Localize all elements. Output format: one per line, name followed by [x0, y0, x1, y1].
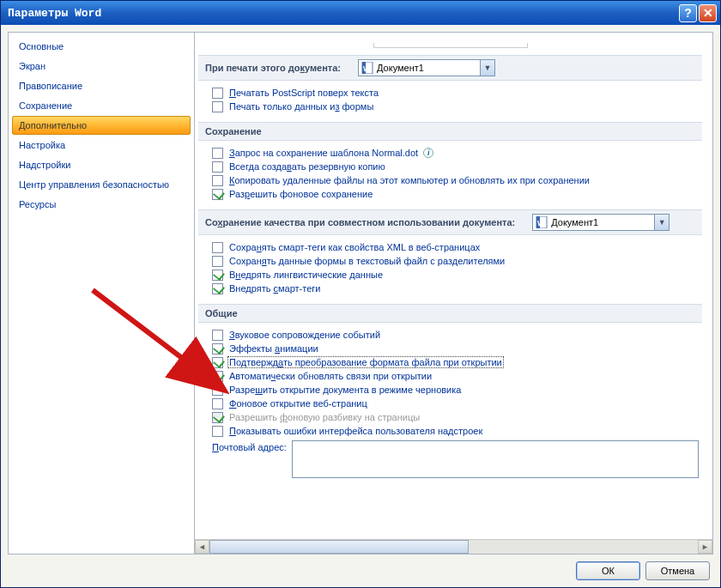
opt-print-formdata[interactable]: Печать только данных из формы — [212, 100, 699, 113]
opt-quality-smarttagsxml[interactable]: Сохранять смарт-теги как свойства XML в … — [212, 240, 699, 254]
word-doc-icon: W — [361, 62, 373, 74]
opt-gen-bgpaginate: Разрешить фоновую разбивку на страницы — [212, 410, 699, 424]
section-quality-label: Сохранение качества при совместном испол… — [205, 217, 515, 227]
mailing-address-input[interactable] — [292, 440, 699, 478]
checkbox[interactable] — [212, 161, 223, 173]
opt-gen-animation[interactable]: Эффекты анимации — [212, 342, 699, 355]
dropdown-icon[interactable]: ▼ — [480, 60, 494, 76]
opt-save-normaldot[interactable]: Запрос на сохранение шаблона Normal.doti — [212, 146, 699, 160]
scroll-right-icon[interactable]: ► — [698, 540, 712, 554]
opt-print-postscript[interactable]: Печатать PostScript поверх текста — [212, 86, 699, 100]
section-quality-heading: Сохранение качества при совместном испол… — [198, 209, 702, 235]
nav-display[interactable]: Экран — [12, 57, 191, 76]
dialog-body: Основные Экран Правописание Сохранение Д… — [1, 25, 720, 587]
ok-button[interactable]: ОК — [576, 561, 640, 580]
opt-quality-linguistic[interactable]: Внедрять лингвистические данные — [212, 268, 699, 282]
checkbox[interactable] — [212, 101, 223, 112]
scroll-thumb[interactable] — [209, 540, 469, 554]
help-button[interactable]: ? — [679, 4, 697, 22]
checkbox[interactable] — [212, 256, 223, 267]
checkbox[interactable] — [212, 242, 223, 253]
opt-quality-smarttags[interactable]: Внедрять смарт-теги — [212, 282, 699, 295]
svg-text:W: W — [537, 219, 545, 227]
opt-save-background[interactable]: Разрешить фоновое сохранение — [212, 187, 699, 201]
mailing-address-label: Почтовый адрес: — [212, 440, 287, 452]
nav-main[interactable]: Основные — [12, 37, 191, 56]
window-title: Параметры Word — [8, 7, 677, 20]
section-save-heading: Сохранение — [198, 122, 702, 141]
nav-trustcenter[interactable]: Центр управления безопасностью — [12, 175, 191, 194]
section-save-label: Сохранение — [205, 126, 262, 136]
opt-gen-updatelinks[interactable]: Автоматически обновлять связи при открыт… — [212, 369, 699, 383]
opt-quality-formdata[interactable]: Сохранять данные формы в текстовый файл … — [212, 254, 699, 268]
opt-gen-sound[interactable]: Звуковое сопровождение событий — [212, 328, 699, 342]
titlebar: Параметры Word ? ✕ — [1, 1, 720, 25]
info-icon[interactable]: i — [423, 148, 433, 158]
opt-gen-bgweb[interactable]: Фоновое открытие веб-страниц — [212, 397, 699, 410]
dialog-buttons: ОК Отмена — [8, 555, 713, 580]
quality-doc-value: Документ1 — [551, 217, 654, 227]
close-button[interactable]: ✕ — [699, 4, 717, 22]
section-general-heading: Общие — [198, 304, 702, 323]
nav-save[interactable]: Сохранение — [12, 96, 191, 115]
checkbox[interactable] — [212, 398, 223, 409]
checkbox[interactable] — [212, 371, 223, 382]
checkbox[interactable] — [212, 88, 223, 99]
quality-options: Сохранять смарт-теги как свойства XML в … — [198, 235, 702, 299]
checkbox[interactable] — [212, 357, 223, 368]
checkbox — [212, 412, 223, 423]
panes: Основные Экран Правописание Сохранение Д… — [8, 32, 713, 555]
cancel-button[interactable]: Отмена — [645, 561, 710, 580]
options-dialog: Параметры Word ? ✕ Основные Экран Правоп… — [0, 0, 721, 588]
nav-proofing[interactable]: Правописание — [12, 76, 191, 95]
nav-advanced[interactable]: Дополнительно — [12, 116, 191, 135]
dropdown-icon[interactable]: ▼ — [654, 215, 669, 230]
nav-resources[interactable]: Ресурсы — [12, 195, 191, 214]
checkbox[interactable] — [212, 270, 223, 281]
quality-doc-select[interactable]: W Документ1 ▼ — [532, 214, 670, 231]
opt-gen-confirmconvert[interactable]: Подтверждать преобразование формата файл… — [212, 355, 699, 369]
scroll-left-icon[interactable]: ◄ — [195, 540, 209, 554]
save-options: Запрос на сохранение шаблона Normal.doti… — [198, 141, 702, 204]
checkbox[interactable] — [212, 426, 223, 437]
opt-gen-addinerrors[interactable]: Показывать ошибки интерфейса пользовател… — [212, 424, 699, 438]
mailing-address-row: Почтовый адрес: — [212, 438, 699, 481]
word-doc-icon: W — [536, 216, 548, 228]
checkbox[interactable] — [212, 385, 223, 396]
opt-save-copyremote[interactable]: Копировать удаленные файлы на этот компь… — [212, 173, 699, 187]
scroll-region[interactable]: При печати этого документа: W Документ1 … — [195, 33, 712, 539]
print-doc-value: Документ1 — [377, 63, 480, 73]
content-panel: При печати этого документа: W Документ1 … — [195, 32, 713, 555]
nav-customize[interactable]: Настройка — [12, 136, 191, 155]
checkbox[interactable] — [212, 189, 223, 200]
section-print-heading: При печати этого документа: W Документ1 … — [198, 55, 702, 81]
section-general-label: Общие — [205, 308, 238, 318]
print-options: Печатать PostScript поверх текста Печать… — [198, 81, 702, 117]
category-sidebar: Основные Экран Правописание Сохранение Д… — [8, 32, 195, 555]
svg-text:W: W — [363, 64, 371, 73]
checkbox[interactable] — [212, 148, 223, 159]
checkbox[interactable] — [212, 343, 223, 355]
horizontal-scrollbar[interactable]: ◄ ► — [195, 539, 712, 554]
general-options: Звуковое сопровождение событий Эффекты а… — [198, 323, 702, 484]
checkbox[interactable] — [212, 330, 223, 341]
section-print-label: При печати этого документа: — [205, 63, 341, 73]
print-doc-select[interactable]: W Документ1 ▼ — [358, 59, 495, 76]
opt-save-backup[interactable]: Всегда создавать резервную копию — [212, 160, 699, 173]
opt-gen-draftmode[interactable]: Разрешить открытие документа в режиме че… — [212, 383, 699, 397]
nav-addins[interactable]: Надстройки — [12, 155, 191, 174]
checkbox[interactable] — [212, 283, 223, 294]
scroll-track[interactable] — [209, 540, 698, 554]
checkbox[interactable] — [212, 175, 223, 186]
